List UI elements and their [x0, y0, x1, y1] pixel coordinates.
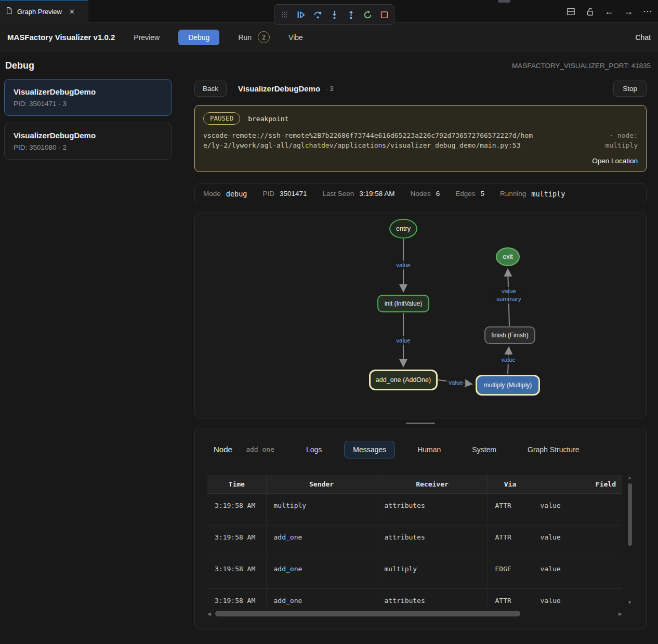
table-row[interactable]: 3:19:58 AM add_one attributes ATTR value	[207, 588, 622, 607]
back-button[interactable]: Back	[194, 81, 227, 97]
close-tab-icon[interactable]: ✕	[69, 8, 75, 16]
tab-logs[interactable]: Logs	[297, 441, 331, 458]
nav-item-chat[interactable]: Chat	[635, 33, 651, 42]
cell-field: value	[533, 588, 622, 607]
breakpoint-banner: PAUSED breakpoint vscode-remote://ssh-re…	[194, 105, 647, 172]
node-label: Node	[214, 445, 232, 454]
horizontal-scrollbar-thumb[interactable]	[215, 611, 520, 616]
stop-button[interactable]: Stop	[613, 81, 647, 97]
app-title: MASFactory Visualizer v1.0.2	[7, 33, 115, 42]
graph-node-multiply[interactable]: multiply (Multiply)	[476, 375, 540, 396]
scroll-down-icon[interactable]: ▼	[627, 600, 632, 605]
restart-icon[interactable]	[363, 10, 372, 19]
graph-node-add-one[interactable]: add_one (AddOne)	[369, 370, 438, 390]
cell-time: 3:19:58 AM	[207, 588, 266, 607]
stat-value-last-seen: 3:19:58 AM	[359, 190, 394, 198]
scroll-left-icon[interactable]: ◀	[207, 611, 211, 616]
visualizer-port-label: MASFACTORY_VISUALIZER_PORT: 41835	[512, 62, 651, 70]
cell-field: value	[533, 557, 622, 588]
stat-value-nodes: 6	[436, 190, 440, 198]
navigate-back-icon[interactable]: ←	[604, 6, 614, 17]
edge-label-entry-init: value	[394, 260, 413, 269]
step-out-icon[interactable]	[346, 10, 356, 19]
session-stats-bar: Modedebug PID3501471 Last Seen3:19:58 AM…	[194, 183, 647, 204]
graph-node-entry[interactable]: entry	[389, 219, 417, 239]
session-pid: PID: 3501471 · 3	[14, 100, 162, 108]
edge-label-add-one-multiply: value	[446, 378, 465, 387]
cell-time: 3:19:58 AM	[207, 525, 266, 557]
cell-sender: add_one	[266, 525, 377, 557]
tab-human[interactable]: Human	[409, 441, 450, 458]
stat-value-mode: debug	[226, 190, 247, 198]
run-label: Run	[238, 33, 252, 42]
cell-receiver: multiply	[377, 557, 488, 588]
col-sender: Sender	[266, 475, 377, 494]
node-value: add_one	[246, 445, 274, 453]
page-title: Debug	[5, 60, 34, 71]
more-actions-icon[interactable]: ⋯	[642, 6, 653, 17]
step-into-icon[interactable]	[330, 10, 339, 19]
app-navbar: MASFactory Visualizer v1.0.2 Preview Deb…	[0, 23, 658, 52]
session-pid: PID: 3501080 · 2	[14, 143, 162, 151]
col-via: Via	[488, 475, 533, 494]
horizontal-scrollbar[interactable]: ◀ ▶	[207, 610, 622, 617]
split-editor-icon[interactable]	[565, 6, 576, 17]
session-name: VisualizerDebugDemo	[14, 87, 162, 96]
cell-via: ATTR	[488, 493, 533, 525]
stat-value-pid: 3501471	[280, 190, 307, 198]
messages-table-viewport: Time Sender Receiver Via Field 3:19:58 A…	[207, 475, 622, 607]
cell-field: value	[533, 525, 622, 557]
cell-sender: multiply	[266, 493, 377, 525]
cell-time: 3:19:58 AM	[207, 557, 266, 588]
navigate-forward-icon[interactable]: →	[623, 6, 634, 17]
stop-icon[interactable]	[379, 10, 389, 19]
toast-peek	[498, 0, 510, 3]
col-time: Time	[207, 475, 266, 494]
session-card-3501471[interactable]: VisualizerDebugDemo PID: 3501471 · 3	[4, 79, 172, 116]
nav-item-vibe[interactable]: Vibe	[288, 33, 303, 42]
edge-label-multiply-finish: value	[499, 355, 518, 364]
scroll-up-icon[interactable]: ▲	[627, 475, 632, 480]
graph-node-exit[interactable]: exit	[496, 247, 520, 266]
cell-via: EDGE	[488, 557, 533, 588]
graph-node-finish[interactable]: finish (Finish)	[484, 326, 535, 344]
panel-resize-handle[interactable]	[406, 423, 435, 424]
node-inspector-panel: Node · add_one Logs Messages Human Syste…	[194, 428, 647, 629]
nav-item-run[interactable]: Run 2	[238, 31, 270, 43]
tab-graph-preview[interactable]: Graph Preview ✕	[0, 0, 88, 23]
continue-icon[interactable]	[296, 10, 306, 19]
table-row[interactable]: 3:19:58 AM multiply attributes ATTR valu…	[207, 493, 622, 525]
graph-canvas[interactable]: entry init (InitValue) add_one (AddOne) …	[194, 213, 647, 418]
debug-page: Debug MASFACTORY_VISUALIZER_PORT: 41835 …	[0, 52, 658, 644]
cell-receiver: attributes	[377, 493, 488, 525]
inspector-node-indicator: Node · add_one	[214, 445, 274, 454]
stat-label: Mode	[203, 190, 221, 198]
vertical-scrollbar-thumb[interactable]	[628, 483, 632, 546]
breakpoint-node-info: · node: multiply	[605, 131, 638, 151]
nav-item-preview[interactable]: Preview	[134, 33, 160, 42]
table-row[interactable]: 3:19:58 AM add_one multiply EDGE value	[207, 557, 622, 588]
unlock-icon[interactable]	[585, 6, 595, 17]
graph-node-init[interactable]: init (InitValue)	[377, 295, 429, 312]
session-list: VisualizerDebugDemo PID: 3501471 · 3 Vis…	[4, 79, 172, 166]
vertical-scrollbar[interactable]: ▲ ▼	[626, 475, 634, 607]
grip-icon[interactable]	[280, 10, 289, 19]
tab-messages[interactable]: Messages	[344, 441, 395, 458]
tab-system[interactable]: System	[463, 441, 505, 458]
step-over-icon[interactable]	[313, 10, 322, 19]
session-name: VisualizerDebugDemo	[14, 131, 162, 140]
detail-title-suffix: · 3	[325, 85, 334, 93]
cell-via: ATTR	[488, 588, 533, 607]
file-icon	[5, 7, 13, 17]
cell-via: ATTR	[488, 525, 533, 557]
horizontal-scrollbar-track[interactable]	[214, 611, 615, 616]
table-row[interactable]: 3:19:58 AM add_one attributes ATTR value	[207, 525, 622, 557]
breakpoint-location[interactable]: vscode-remote://ssh-remote%2B7b22686f737…	[203, 131, 536, 151]
cell-field: value	[533, 493, 622, 525]
open-location-link[interactable]: Open Location	[592, 157, 638, 165]
col-field: Field	[533, 475, 622, 494]
tab-graph-structure[interactable]: Graph Structure	[519, 441, 588, 458]
scroll-right-icon[interactable]: ▶	[618, 611, 622, 616]
nav-item-debug[interactable]: Debug	[178, 30, 219, 45]
session-card-3501080[interactable]: VisualizerDebugDemo PID: 3501080 · 2	[4, 123, 172, 160]
